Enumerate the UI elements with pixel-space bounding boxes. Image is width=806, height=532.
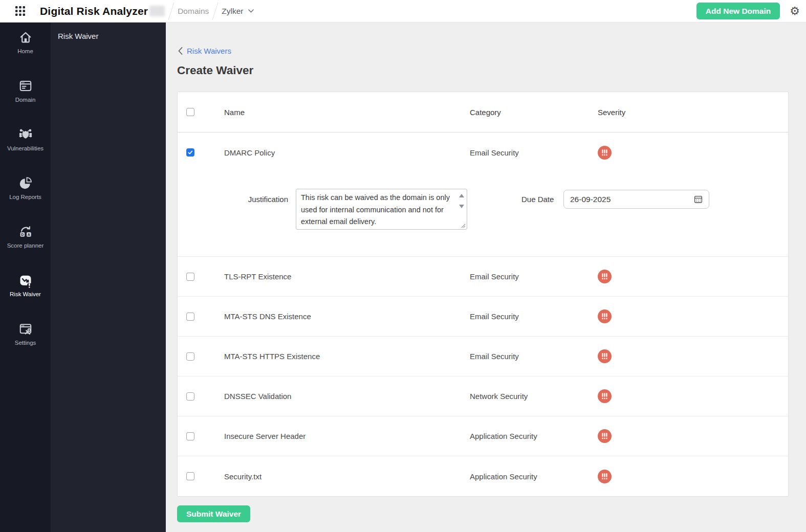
sidebar-item-label: Home	[17, 48, 33, 54]
breadcrumb-divider	[212, 2, 219, 20]
log-reports-icon	[18, 175, 33, 191]
app-launcher-icon[interactable]	[15, 6, 25, 16]
table-row: Security.txt Application Security	[178, 456, 788, 496]
sidebar-item-label: Score planner	[7, 242, 44, 249]
risk-name: MTA-STS HTTPS Existence	[224, 352, 470, 361]
sidebar-item-domain[interactable]: Domain	[0, 78, 51, 127]
svg-text:D: D	[21, 233, 24, 236]
risk-name: Security.txt	[224, 472, 470, 481]
risk-name: DNSSEC Validation	[224, 392, 470, 401]
redacted-text	[149, 6, 165, 16]
risk-name: Insecure Server Header	[224, 432, 470, 440]
waiver-form: Justification This risk can be waived as…	[178, 172, 788, 256]
table-row: Insecure Server Header Application Secur…	[178, 416, 788, 456]
due-date-field	[563, 190, 709, 209]
risk-category: Email Security	[470, 148, 598, 157]
severity-high-icon	[598, 429, 612, 443]
table-row: DNSSEC Validation Network Security	[178, 376, 788, 416]
risk-category: Application Security	[470, 432, 598, 440]
row-checkbox[interactable]	[186, 432, 194, 440]
secondary-panel: Risk Waiver	[51, 23, 166, 532]
table-row: MTA-STS DNS Existence Email Security	[178, 297, 788, 337]
domain-selector[interactable]: Zylker	[222, 7, 253, 16]
severity-high-icon	[598, 349, 612, 363]
risk-waiver-icon	[18, 273, 33, 288]
settings-icon	[18, 321, 33, 337]
severity-high-icon	[598, 309, 612, 323]
justification-input[interactable]: This risk can be waived as the domain is…	[296, 189, 467, 229]
risk-name: DMARC Policy	[224, 148, 470, 157]
due-date-input[interactable]	[570, 195, 647, 204]
score-planner-icon: D A	[18, 224, 33, 239]
sidebar-item-settings[interactable]: Settings	[0, 321, 51, 370]
severity-high-icon	[598, 146, 612, 160]
justification-field-wrap: This risk can be waived as the domain is…	[296, 189, 467, 230]
panel-title: Risk Waiver	[58, 32, 166, 40]
risk-name: MTA-STS DNS Existence	[224, 312, 470, 321]
table-header-row: Name Category Severity	[178, 92, 788, 132]
risk-category: Email Security	[470, 352, 598, 361]
primary-sidebar: Home Domain	[0, 23, 51, 532]
calendar-icon[interactable]	[694, 195, 703, 204]
main-content: Risk Waivers Create Waiver Name Category…	[166, 23, 806, 532]
row-checkbox[interactable]	[186, 472, 194, 480]
back-link[interactable]: Risk Waivers	[178, 47, 231, 55]
sidebar-item-label: Log Reports	[9, 194, 41, 200]
risk-table: Name Category Severity DMARC Policy Emai…	[177, 92, 789, 497]
submit-waiver-button[interactable]: Submit Waiver	[177, 505, 250, 522]
risk-category: Application Security	[470, 472, 598, 481]
sidebar-item-risk-waiver[interactable]: Risk Waiver	[0, 273, 51, 321]
vulnerabilities-icon	[18, 127, 33, 142]
due-date-label: Due Date	[521, 195, 554, 204]
app-header: Digital Risk Analyzer Domains Zylker Add…	[0, 0, 806, 23]
risk-category: Network Security	[470, 392, 598, 401]
app-title: Digital Risk Analyzer	[40, 5, 148, 17]
scroll-down-icon[interactable]	[459, 205, 464, 208]
row-checkbox[interactable]	[186, 273, 194, 281]
sidebar-item-log-reports[interactable]: Log Reports	[0, 175, 51, 224]
domain-selector-label: Zylker	[222, 7, 243, 16]
severity-high-icon	[598, 470, 612, 483]
sidebar-item-home[interactable]: Home	[0, 30, 51, 78]
chevron-left-icon	[178, 47, 183, 55]
gear-icon[interactable]: ⚙	[790, 6, 800, 17]
back-link-label: Risk Waivers	[187, 47, 231, 55]
sidebar-item-label: Settings	[15, 340, 36, 346]
page-title: Create Waiver	[177, 64, 806, 77]
row-checkbox[interactable]	[186, 313, 194, 321]
column-header-category: Category	[470, 108, 598, 117]
domain-icon	[18, 78, 33, 94]
svg-text:A: A	[27, 233, 30, 236]
risk-category: Email Security	[470, 312, 598, 321]
row-checkbox[interactable]	[186, 392, 194, 401]
table-row: MTA-STS HTTPS Existence Email Security	[178, 337, 788, 376]
scroll-up-icon[interactable]	[459, 194, 464, 197]
chevron-down-icon	[248, 9, 254, 13]
risk-category: Email Security	[470, 272, 598, 281]
column-header-severity: Severity	[598, 108, 788, 117]
row-checkbox[interactable]	[186, 352, 194, 361]
risk-name: TLS-RPT Existence	[224, 272, 470, 281]
justification-label: Justification	[178, 195, 288, 204]
severity-high-icon	[598, 270, 612, 283]
sidebar-item-label: Risk Waiver	[10, 291, 41, 297]
sidebar-item-label: Vulnerabilities	[7, 145, 43, 151]
sidebar-item-score-planner[interactable]: D A Score planner	[0, 224, 51, 273]
home-icon	[18, 30, 33, 45]
row-checkbox[interactable]	[186, 148, 194, 157]
severity-high-icon	[598, 389, 612, 403]
sidebar-item-label: Domain	[15, 97, 36, 103]
add-new-domain-button[interactable]: Add New Domain	[696, 3, 780, 19]
column-header-name: Name	[224, 108, 470, 117]
breadcrumb-domains[interactable]: Domains	[178, 7, 209, 16]
table-row: TLS-RPT Existence Email Security	[178, 257, 788, 297]
sidebar-item-vulnerabilities[interactable]: Vulnerabilities	[0, 127, 51, 175]
table-row: DMARC Policy Email Security	[178, 132, 788, 257]
select-all-checkbox[interactable]	[186, 108, 194, 116]
breadcrumb-divider	[168, 2, 175, 20]
resize-handle-icon[interactable]	[461, 224, 466, 228]
